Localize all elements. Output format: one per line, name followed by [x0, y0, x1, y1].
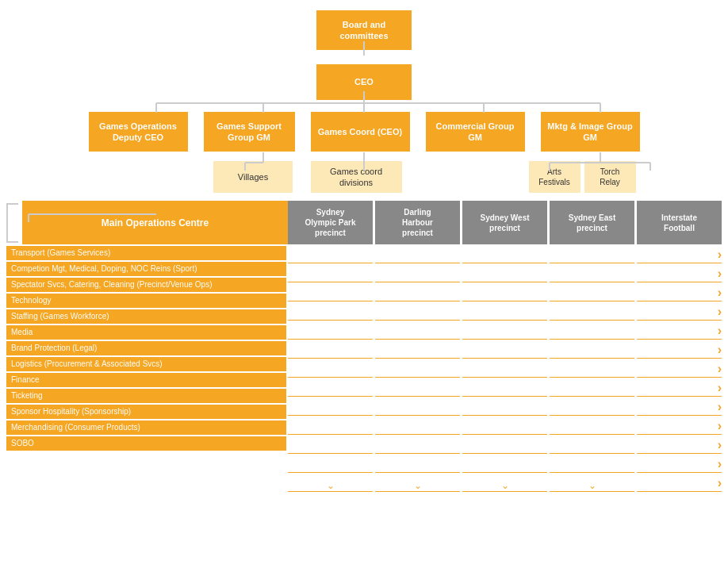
grid-cell-last: › [637, 379, 722, 397]
grid-cell [462, 417, 547, 435]
service-label-4: Staffing (Games Workforce) [6, 309, 286, 324]
grid-row-12: ⌄ ⌄ ⌄ ⌄ › [288, 474, 722, 492]
grid-cell-last: › [637, 265, 722, 282]
grid-cell [375, 322, 460, 340]
grid-cell [375, 417, 460, 435]
grid-cell [375, 455, 460, 473]
grid-cell [462, 246, 547, 263]
sub-boxes-row: Villages Games coord divisions Arts Fest… [3, 161, 725, 193]
ceo-level: CEO [3, 64, 725, 100]
grid-cell [288, 322, 373, 340]
manager-box-0: Games Operations Deputy CEO [89, 112, 188, 152]
main-ops-area: Main Operations Centre Transport (Games … [6, 201, 722, 493]
arts-festivals-box: Arts Festivals [529, 161, 580, 193]
grid-cell-down: ⌄ [375, 474, 460, 492]
precinct-0: Sydney Olympic Park precinct [288, 201, 373, 244]
grid-cell [288, 246, 373, 263]
grid-cell [288, 303, 373, 321]
manager-col-2: Games Coord (CEO) [307, 112, 414, 152]
board-box: Board and committees [316, 10, 412, 50]
grid-cell [375, 360, 460, 378]
grid-cell [550, 322, 634, 340]
grid-row-9: › [288, 417, 722, 435]
service-label-2: Spectator Svcs, Catering, Cleaning (Prec… [6, 278, 286, 292]
grid-rows: › › › [288, 246, 722, 493]
board-level: Board and committees [3, 6, 725, 50]
torch-relay-box: Torch Relay [584, 161, 636, 193]
service-label-1: Competion Mgt, Medical, Doping, NOC Rein… [6, 262, 286, 276]
grid-row-5: › [288, 341, 722, 359]
ceo-box: CEO [316, 64, 412, 100]
manager-col-0: Games Operations Deputy CEO [85, 112, 192, 152]
precinct-2: Sydney West precinct [462, 201, 547, 244]
grid-cell-down: ⌄ [550, 474, 634, 492]
service-label-11: Merchandising (Consumer Products) [6, 420, 286, 435]
grid-cell [375, 398, 460, 416]
main-ops-centre-box: Main Operations Centre [22, 201, 288, 244]
grid-row-1: › [288, 265, 722, 282]
grid-cell-last: › [637, 474, 722, 492]
grid-cell [550, 265, 634, 282]
games-coord-div-box: Games coord divisions [311, 161, 402, 193]
grid-cell [375, 379, 460, 397]
grid-cell [462, 322, 547, 340]
grid-cell [550, 455, 634, 473]
grid-cell-last: › [637, 398, 722, 416]
grid-cell [288, 417, 373, 435]
grid-cell [550, 436, 634, 454]
grid-cell-down: ⌄ [462, 474, 547, 492]
grid-row-6: › [288, 360, 722, 378]
grid-cell [375, 284, 460, 301]
grid-row-11: › [288, 455, 722, 473]
grid-cell [462, 265, 547, 282]
grid-cell [462, 436, 547, 454]
mktg-sub-row: Arts Festivals Torch Relay [529, 161, 636, 193]
managers-row: Games Operations Deputy CEO Games Suppor… [3, 112, 725, 152]
manager-col-1: Games Support Group GM [200, 112, 299, 152]
service-label-10: Sponsor Hospitality (Sponsorship) [6, 405, 286, 419]
grid-cell-last: › [637, 417, 722, 435]
grid-row-2: › [288, 284, 722, 301]
service-label-8: Finance [6, 373, 286, 387]
service-label-9: Ticketing [6, 389, 286, 403]
grid-cell [375, 265, 460, 282]
grid-cell [375, 246, 460, 263]
manager-box-4: Mktg & Image Group GM [541, 112, 640, 152]
grid-cell [288, 284, 373, 301]
grid-cell [550, 284, 634, 301]
grid-cell [462, 341, 547, 359]
grid-cell [375, 303, 460, 321]
service-label-6: Brand Protection (Legal) [6, 341, 286, 355]
grid-cell [550, 341, 634, 359]
grid-cell-down: ⌄ [288, 474, 373, 492]
service-label-12: SOBO [6, 436, 286, 451]
grid-cell-last: › [637, 341, 722, 359]
grid-cell [550, 417, 634, 435]
left-panel: Main Operations Centre Transport (Games … [6, 201, 288, 493]
grid-row-8: › [288, 398, 722, 416]
grid-cell [288, 265, 373, 282]
service-label-7: Logistics (Procurement & Associated Svcs… [6, 357, 286, 371]
grid-cell-last: › [637, 360, 722, 378]
grid-cell [288, 341, 373, 359]
grid-cell [462, 360, 547, 378]
grid-row-3: › [288, 303, 722, 321]
grid-cell [462, 379, 547, 397]
manager-box-3: Commercial Group GM [426, 112, 525, 152]
grid-cell [550, 246, 634, 263]
grid-cell [462, 455, 547, 473]
grid-cell [288, 455, 373, 473]
villages-col: Villages [208, 161, 299, 193]
grid-cell [550, 360, 634, 378]
grid-cell-last: › [637, 322, 722, 340]
grid-row-4: › [288, 322, 722, 340]
manager-box-1: Games Support Group GM [204, 112, 295, 152]
grid-cell-last: › [637, 284, 722, 301]
grid-cell [462, 303, 547, 321]
grid-cell-last: › [637, 246, 722, 263]
grid-cell [288, 379, 373, 397]
villages-box: Villages [213, 161, 293, 193]
grid-row-0: › [288, 246, 722, 263]
grid-row-10: › [288, 436, 722, 454]
grid-cell-last: › [637, 303, 722, 321]
